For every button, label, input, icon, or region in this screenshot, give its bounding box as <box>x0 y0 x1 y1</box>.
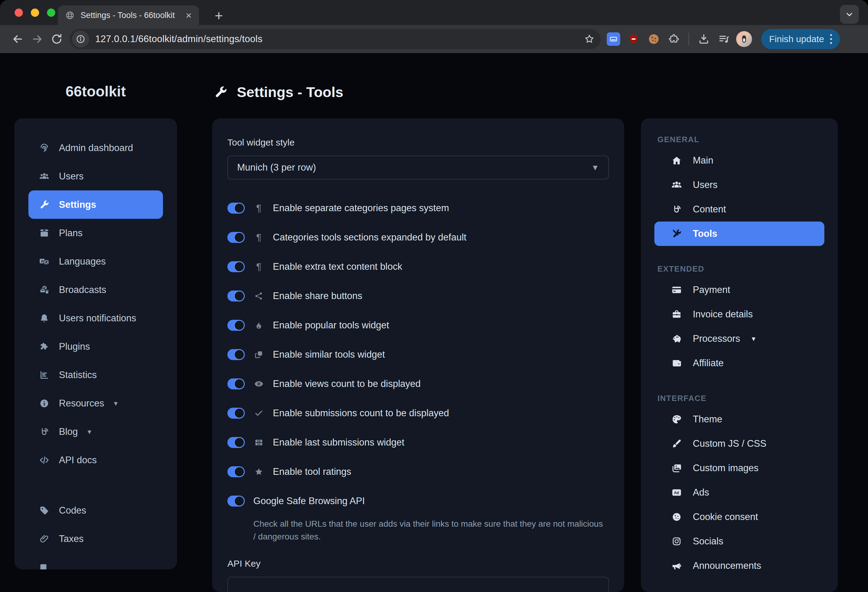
forward-button[interactable] <box>28 29 47 49</box>
api-key-input[interactable] <box>227 577 609 592</box>
sidebar-item-blog[interactable]: Blog ▾ <box>14 418 177 446</box>
sidebar-item-users[interactable]: Users <box>14 162 177 190</box>
settings-nav-item-affiliate[interactable]: Affiliate <box>641 351 838 375</box>
sidebar-item-broadcasts[interactable]: Broadcasts <box>14 276 177 304</box>
toggle-label: Enable submissions count to be displayed <box>273 408 449 419</box>
downloads-button[interactable] <box>696 31 712 47</box>
url-text[interactable]: 127.0.0.1/66toolkit/admin/settings/tools <box>95 34 263 44</box>
sidebar-item-resources[interactable]: Resources ▾ <box>14 389 177 418</box>
sidebar-item-codes[interactable]: Codes <box>14 496 177 524</box>
site-info-button[interactable] <box>72 31 89 47</box>
palette-icon <box>670 414 683 425</box>
sidebar-item-partial[interactable] <box>14 553 177 570</box>
settings-nav-item-processors[interactable]: Processors ▾ <box>641 326 838 351</box>
chevron-down-icon <box>845 10 854 19</box>
toggle-row-last-submissions: Enable last submissions widget <box>212 428 624 457</box>
chevron-down-icon: ▾ <box>88 428 91 436</box>
blog-icon <box>670 204 683 214</box>
settings-nav-item-socials[interactable]: Socials <box>641 529 838 554</box>
separate-categories-toggle[interactable] <box>227 202 245 214</box>
reload-button[interactable] <box>47 29 66 49</box>
settings-nav-item-theme[interactable]: Theme <box>641 407 838 431</box>
sidebar-item-languages[interactable]: A Languages <box>14 247 177 276</box>
settings-nav-item-users[interactable]: Users <box>641 173 838 197</box>
settings-nav-item-main[interactable]: Main <box>641 148 838 173</box>
sidebar-item-statistics[interactable]: Statistics <box>14 361 177 389</box>
share-buttons-toggle[interactable] <box>227 291 245 301</box>
popular-tools-toggle[interactable] <box>227 320 245 331</box>
code-icon <box>38 455 50 466</box>
cookie-extension-icon[interactable] <box>646 31 662 47</box>
bell-icon <box>38 313 50 323</box>
submissions-count-toggle[interactable] <box>227 408 245 419</box>
shield-extension-icon[interactable] <box>626 31 642 47</box>
settings-nav-label: Tools <box>693 228 717 239</box>
window-minimize-button[interactable] <box>31 9 39 17</box>
categories-expanded-toggle[interactable] <box>227 232 245 243</box>
bookmark-star-button[interactable] <box>581 34 598 44</box>
tab-search-button[interactable] <box>840 5 859 24</box>
browser-menu-kebab-icon[interactable] <box>830 34 832 44</box>
safe-browsing-toggle[interactable] <box>227 496 245 506</box>
similar-tools-toggle[interactable] <box>227 349 245 360</box>
svg-text:Ad: Ad <box>674 491 679 495</box>
tab-close-icon[interactable]: × <box>186 10 192 21</box>
wrench-icon <box>214 85 228 99</box>
info-circle-icon <box>38 398 50 409</box>
settings-nav-item-tools[interactable]: Tools <box>654 221 824 246</box>
paintbrush-icon <box>670 438 683 449</box>
sidebar-item-label: Users notifications <box>59 313 136 324</box>
settings-nav-item-announcements[interactable]: Announcements <box>641 554 838 578</box>
extra-text-block-toggle[interactable] <box>227 261 245 272</box>
piggy-bank-icon <box>670 333 683 344</box>
page-title-text: Settings - Tools <box>237 84 343 100</box>
extensions-puzzle-icon[interactable] <box>666 31 682 47</box>
settings-nav-item-cookie-consent[interactable]: Cookie consent <box>641 505 838 529</box>
toolbar-divider <box>689 32 689 46</box>
favicon-globe-icon <box>65 11 74 20</box>
wallet-icon <box>670 358 683 368</box>
media-playlist-button[interactable] <box>716 31 732 47</box>
tool-ratings-toggle[interactable] <box>227 466 245 477</box>
back-button[interactable] <box>8 29 28 49</box>
settings-nav-item-content[interactable]: Content <box>641 197 838 221</box>
widget-style-label: Tool widget style <box>227 137 624 148</box>
settings-nav-item-ads[interactable]: Ad Ads <box>641 480 838 505</box>
url-bar[interactable]: 127.0.0.1/66toolkit/admin/settings/tools <box>69 29 601 49</box>
settings-nav-item-custom-images[interactable]: Custom images <box>641 456 838 480</box>
browser-tab[interactable]: Settings - Tools - 66toolkit × <box>58 6 199 25</box>
sidebar-item-taxes[interactable]: Taxes <box>14 524 177 553</box>
toggle-label: Enable separate categories pages system <box>273 202 449 214</box>
sidebar-item-label: Broadcasts <box>59 284 106 295</box>
views-count-toggle[interactable] <box>227 378 245 390</box>
finish-update-label: Finish update <box>769 34 824 44</box>
penguin-avatar-icon <box>739 34 749 44</box>
app-logo[interactable]: 66toolkit <box>14 83 177 100</box>
finish-update-button[interactable]: Finish update <box>761 29 840 49</box>
settings-nav-label: Announcements <box>693 560 761 571</box>
svg-text:A: A <box>41 259 43 263</box>
sidebar-item-api-docs[interactable]: API docs <box>14 446 177 474</box>
sidebar-item-label: Statistics <box>59 369 97 381</box>
last-submissions-toggle[interactable] <box>227 437 245 448</box>
sidebar-item-settings[interactable]: Settings <box>28 190 163 219</box>
puzzle-icon <box>38 341 50 352</box>
sidebar-item-plans[interactable]: Plans <box>14 219 177 247</box>
sidebar-item-label: Plugins <box>59 341 90 352</box>
settings-nav-item-custom-js-css[interactable]: Custom JS / CSS <box>641 431 838 456</box>
window-close-button[interactable] <box>15 9 23 17</box>
tab-strip: Settings - Tools - 66toolkit × + <box>0 0 868 25</box>
toggle-label: Enable share buttons <box>273 291 362 301</box>
sidebar-item-admin-dashboard[interactable]: Admin dashboard <box>14 134 177 162</box>
settings-nav-item-invoice-details[interactable]: Invoice details <box>641 302 838 326</box>
toggle-label: Enable last submissions widget <box>273 437 404 448</box>
new-tab-button[interactable]: + <box>211 9 226 22</box>
settings-nav-label: Socials <box>693 536 723 547</box>
window-zoom-button[interactable] <box>47 9 55 17</box>
widget-style-select[interactable]: Munich (3 per row) ▼ <box>227 156 609 179</box>
sidebar-item-users-notifications[interactable]: Users notifications <box>14 304 177 332</box>
sidebar-item-plugins[interactable]: Plugins <box>14 332 177 361</box>
keyboard-extension-icon[interactable] <box>605 31 621 47</box>
profile-avatar[interactable] <box>736 31 752 47</box>
settings-nav-item-payment[interactable]: Payment <box>641 278 838 302</box>
